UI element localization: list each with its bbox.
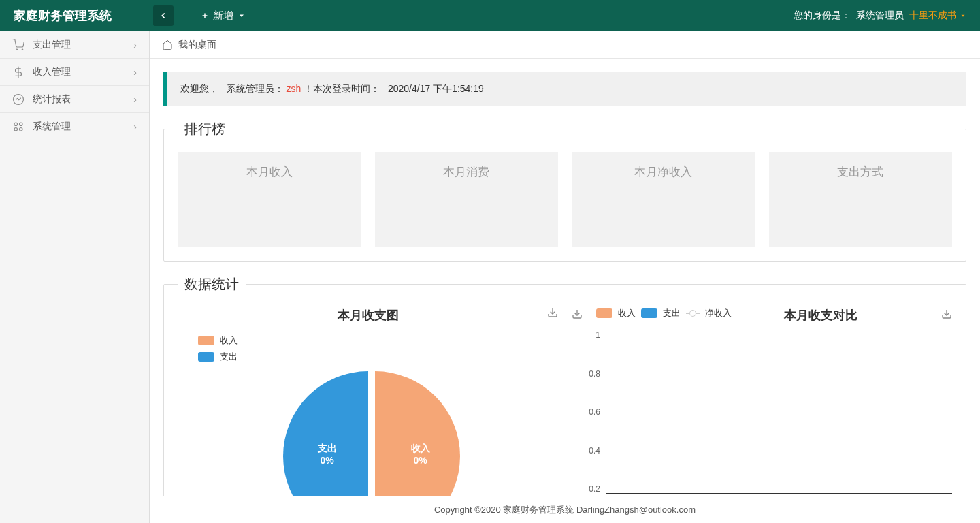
login-time: 2020/4/17 下午1:54:19 <box>388 83 484 94</box>
home-icon <box>162 39 173 50</box>
sidebar-item-expense[interactable]: 支出管理 › <box>0 31 149 59</box>
breadcrumb: 我的桌面 <box>150 31 980 59</box>
pie-chart-title: 本月收支图 <box>178 307 558 323</box>
footer: Copyright ©2020 家庭财务管理系统 DarlingZhangsh@… <box>150 496 980 523</box>
swatch-blue <box>641 308 657 318</box>
plus-icon <box>201 12 209 20</box>
chevron-right-icon: › <box>133 67 137 78</box>
line-chart: 收入 支出 净收入 本月收支对比 <box>572 307 952 496</box>
line-chart-area: 1 0.8 0.6 0.4 0.2 <box>572 323 952 494</box>
user-menu[interactable]: 十里不成书 <box>909 10 966 22</box>
topbar-right: 您的身份是： 系统管理员 十里不成书 <box>794 10 980 22</box>
cart-icon <box>12 39 24 51</box>
svg-point-10 <box>14 127 18 131</box>
legend-item-net[interactable]: 净收入 <box>705 307 732 319</box>
sidebar-item-income[interactable]: 收入管理 › <box>0 59 149 86</box>
sidebar-item-label: 系统管理 <box>33 121 133 133</box>
line-chart-title: 本月收支对比 <box>784 307 858 323</box>
svg-marker-3 <box>962 15 965 17</box>
welcome-username: zsh <box>287 83 301 94</box>
caret-down-icon <box>960 12 966 19</box>
ranking-card-net: 本月净收入 <box>572 152 755 247</box>
legend-item-income[interactable]: 收入 <box>618 307 636 319</box>
identity-value: 系统管理员 <box>856 10 904 22</box>
stats-legend: 数据统计 <box>178 275 246 294</box>
sidebar-item-label: 统计报表 <box>33 93 133 106</box>
ranking-section: 排行榜 本月收入 本月消费 本月净收入 支出方式 <box>163 120 966 262</box>
add-button[interactable]: 新增 <box>201 10 246 22</box>
add-button-label: 新增 <box>213 10 233 22</box>
pie-graphic: 支出 0% 收入 0% <box>283 371 453 496</box>
breadcrumb-title: 我的桌面 <box>178 39 216 51</box>
ranking-legend: 排行榜 <box>178 120 232 138</box>
download-button[interactable] <box>547 307 558 320</box>
sidebar-item-system[interactable]: 系统管理 › <box>0 113 149 140</box>
swatch-orange <box>596 308 612 318</box>
stats-section: 数据统计 本月收支图 收入 支出 <box>163 275 966 496</box>
sidebar-item-label: 收入管理 <box>33 66 133 78</box>
grid-icon <box>12 121 24 133</box>
chart-icon <box>12 93 24 106</box>
pie-slice-expense: 支出 0% <box>283 371 368 496</box>
pie-chart: 本月收支图 收入 支出 支出 0% <box>178 307 558 496</box>
line-legend: 收入 支出 净收入 <box>583 307 732 319</box>
main-content: 欢迎您， 系统管理员： zsh ！本次登录时间： 2020/4/17 下午1:5… <box>150 59 980 496</box>
topbar: 家庭财务管理系统 新增 您的身份是： 系统管理员 十里不成书 <box>0 0 980 31</box>
sidebar: 支出管理 › 收入管理 › 统计报表 › 系统管理 › <box>0 31 150 523</box>
ranking-card-expense: 本月消费 <box>375 152 559 247</box>
download-button[interactable] <box>941 308 952 321</box>
y-axis: 1 0.8 0.6 0.4 0.2 <box>572 330 606 494</box>
welcome-banner: 欢迎您， 系统管理员： zsh ！本次登录时间： 2020/4/17 下午1:5… <box>163 72 966 106</box>
dollar-icon <box>12 66 24 78</box>
back-button[interactable] <box>153 5 174 26</box>
svg-point-4 <box>16 49 18 50</box>
sidebar-item-label: 支出管理 <box>33 39 133 51</box>
svg-point-9 <box>20 123 23 126</box>
chevron-right-icon: › <box>133 39 137 50</box>
svg-point-11 <box>20 127 23 131</box>
pie-slice-income: 收入 0% <box>375 371 460 496</box>
sidebar-item-reports[interactable]: 统计报表 › <box>0 86 149 113</box>
swatch-circle <box>686 310 700 317</box>
chevron-right-icon: › <box>133 121 137 132</box>
caret-down-icon <box>238 12 246 20</box>
download-button[interactable] <box>572 308 583 321</box>
plot-area <box>606 330 952 494</box>
app-logo: 家庭财务管理系统 <box>0 7 150 24</box>
ranking-card-income: 本月收入 <box>178 152 361 247</box>
chevron-right-icon: › <box>133 94 137 105</box>
chevron-left-icon <box>159 11 168 20</box>
svg-point-8 <box>14 123 18 126</box>
ranking-card-method: 支出方式 <box>769 152 953 247</box>
svg-point-5 <box>22 49 23 50</box>
legend-item-expense[interactable]: 支出 <box>663 307 681 319</box>
user-name: 十里不成书 <box>909 10 957 22</box>
content-area: 我的桌面 欢迎您， 系统管理员： zsh ！本次登录时间： 2020/4/17 … <box>150 31 980 523</box>
identity-label: 您的身份是： <box>794 10 851 22</box>
svg-marker-2 <box>240 15 244 18</box>
